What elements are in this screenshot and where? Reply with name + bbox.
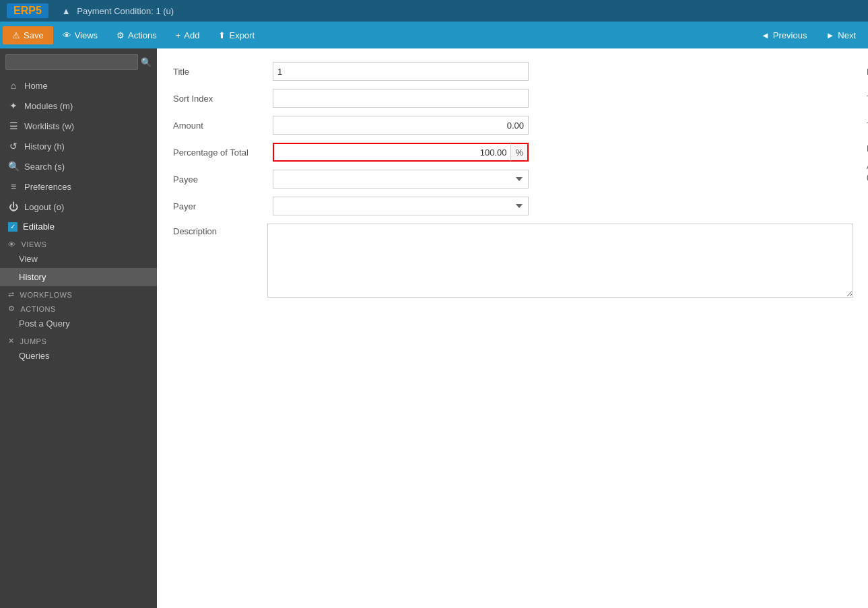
title-input[interactable] — [273, 62, 529, 81]
main-layout: 🔍 ⌂ Home ✦ Modules (m) ☰ Worklists (w) ↺… — [0, 48, 868, 608]
sidebar-editable-toggle[interactable]: ✓ Editable — [0, 217, 157, 236]
modules-icon: ✦ — [8, 100, 19, 111]
sidebar-item-modules[interactable]: ✦ Modules (m) — [0, 96, 157, 116]
search-icon[interactable]: 🔍 — [141, 57, 152, 67]
next-button[interactable]: ► Next — [816, 26, 865, 44]
save-label: Save — [24, 30, 44, 40]
payer-label: Payer — [173, 201, 267, 211]
sidebar-sub-post-query-label: Post a Query — [19, 318, 70, 329]
sidebar-sub-queries-label: Queries — [19, 351, 50, 361]
logo-text: ERP — [13, 5, 36, 16]
amount-row: Amount — [173, 116, 853, 135]
actions-button[interactable]: ⚙ Actions — [107, 26, 166, 44]
amount-input[interactable] — [273, 116, 529, 135]
sidebar-sub-history[interactable]: History — [0, 268, 157, 286]
toolbar: ⚠ Save 👁 Views ⚙ Actions + Add ⬆ Export … — [0, 22, 868, 48]
views-button[interactable]: 👁 Views — [53, 26, 107, 44]
sidebar-item-history[interactable]: ↺ History (h) — [0, 136, 157, 156]
sidebar-item-logout[interactable]: ⏻ Logout (o) — [0, 197, 157, 217]
description-textarea[interactable] — [267, 224, 853, 298]
next-icon: ► — [826, 30, 834, 40]
editable-checkbox[interactable]: ✓ — [8, 222, 18, 232]
sidebar-item-modules-label: Modules (m) — [24, 101, 73, 111]
payee-select[interactable] — [273, 170, 529, 189]
history-icon: ↺ — [8, 141, 19, 151]
sidebar-sub-history-label: History — [19, 272, 46, 282]
payee-label: Payee — [173, 174, 267, 184]
sidebar-item-history-label: History (h) — [24, 141, 65, 151]
description-row: Description — [173, 224, 853, 298]
views-icon: 👁 — [63, 30, 71, 40]
next-label: Next — [838, 30, 856, 40]
payee-row: Payee — [173, 170, 853, 189]
title-label: Title — [173, 67, 267, 77]
previous-label: Previous — [773, 30, 807, 40]
title-row: Title — [173, 62, 853, 81]
export-icon: ⬆ — [218, 30, 226, 40]
jumps-section-label: JUMPS — [20, 337, 47, 345]
sidebar-item-search[interactable]: 🔍 Search (s) — [0, 156, 157, 176]
previous-icon: ◄ — [761, 30, 770, 40]
actions-section: ⚙ ACTIONS — [0, 300, 157, 314]
workflows-icon: ⇌ — [8, 290, 15, 299]
left-col: Title Sort Index Amount — [173, 62, 853, 298]
sidebar-item-worklists-label: Worklists (w) — [24, 121, 74, 131]
worklists-icon: ☰ — [8, 121, 19, 131]
views-section: 👁 VIEWS — [0, 236, 157, 250]
percentage-label: Percentage of Total — [173, 147, 267, 158]
sidebar-item-home-label: Home — [24, 81, 48, 91]
sort-index-row: Sort Index — [173, 89, 853, 108]
workflows-section-label: WORKFLOWS — [20, 291, 73, 299]
jumps-section: ✕ JUMPS — [0, 333, 157, 347]
views-section-label: VIEWS — [22, 240, 47, 248]
sidebar-item-preferences[interactable]: ≡ Preferences — [0, 176, 157, 197]
sidebar-sub-view-label: View — [19, 254, 38, 264]
export-label: Export — [229, 30, 255, 40]
sidebar-item-preferences-label: Preferences — [24, 182, 71, 192]
workflows-section: ⇌ WORKFLOWS — [0, 286, 157, 300]
sidebar-sub-queries[interactable]: Queries — [0, 347, 157, 365]
top-bar: ERP5 ▲ Payment Condition: 1 (u) — [0, 0, 868, 22]
breadcrumb: ▲ Payment Condition: 1 (u) — [62, 6, 174, 16]
views-label: Views — [75, 30, 98, 40]
actions-label: Actions — [128, 30, 157, 40]
percentage-input[interactable] — [273, 143, 511, 162]
preferences-icon: ≡ — [8, 181, 19, 192]
breadcrumb-text: Payment Condition: 1 (u) — [77, 6, 174, 16]
actions-section-label: ACTIONS — [21, 305, 56, 313]
eye-icon: 👁 — [8, 240, 16, 248]
percentage-suffix: % — [511, 143, 529, 162]
sidebar-item-logout-label: Logout (o) — [24, 202, 64, 212]
form-container: Title Sort Index Amount — [157, 48, 868, 311]
add-label: Add — [184, 30, 199, 40]
sort-index-input[interactable] — [273, 89, 529, 108]
sidebar-item-home[interactable]: ⌂ Home — [0, 75, 157, 96]
sidebar-sub-view[interactable]: View — [0, 250, 157, 268]
content-area: Title Sort Index Amount — [157, 48, 868, 608]
home-icon: ⌂ — [8, 80, 19, 91]
logo: ERP5 — [7, 3, 48, 18]
amount-label: Amount — [173, 121, 267, 131]
payer-row: Payer — [173, 197, 853, 215]
search-input[interactable] — [5, 54, 138, 70]
breadcrumb-arrow: ▲ — [62, 6, 71, 16]
sidebar: 🔍 ⌂ Home ✦ Modules (m) ☰ Worklists (w) ↺… — [0, 48, 157, 608]
description-label: Description — [173, 224, 267, 236]
sort-index-label: Sort Index — [173, 94, 267, 104]
payer-select[interactable] — [273, 197, 529, 215]
add-button[interactable]: + Add — [166, 26, 209, 44]
save-icon: ⚠ — [12, 30, 20, 40]
sidebar-item-worklists[interactable]: ☰ Worklists (w) — [0, 116, 157, 136]
sidebar-sub-post-query[interactable]: Post a Query — [0, 314, 157, 333]
save-button[interactable]: ⚠ Save — [3, 26, 53, 44]
logo-num: 5 — [36, 5, 42, 16]
search-nav-icon: 🔍 — [8, 161, 19, 172]
actions-nav-icon: ⚙ — [8, 304, 15, 313]
previous-button[interactable]: ◄ Previous — [752, 26, 816, 44]
sidebar-item-search-label: Search (s) — [24, 162, 65, 172]
export-button[interactable]: ⬆ Export — [209, 26, 264, 44]
actions-icon: ⚙ — [116, 30, 125, 40]
logout-icon: ⏻ — [8, 201, 19, 212]
percentage-row: Percentage of Total % — [173, 143, 853, 162]
percentage-input-container: % — [273, 143, 529, 162]
